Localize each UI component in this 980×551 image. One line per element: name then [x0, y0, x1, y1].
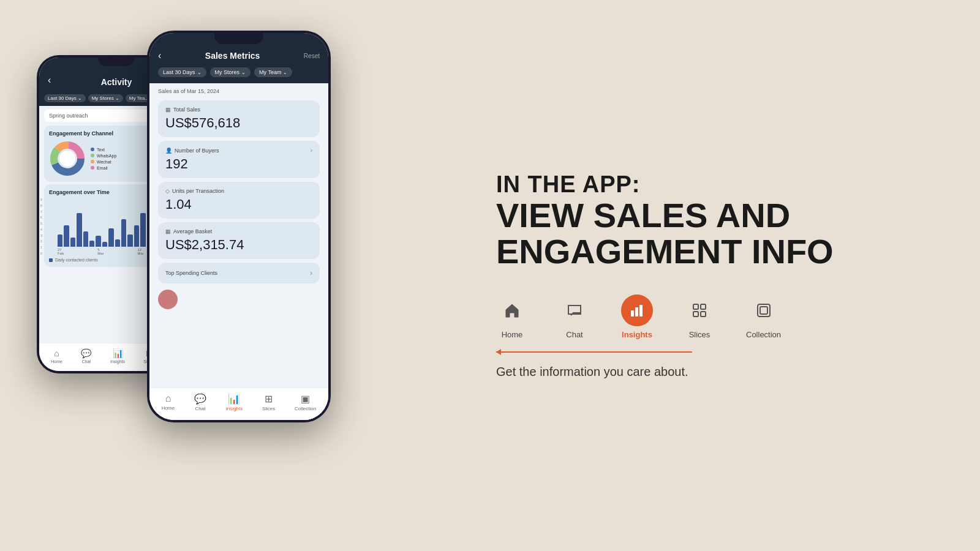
chat-icon-wrap [559, 294, 590, 326]
sm-filter-30days[interactable]: Last 30 Days [158, 67, 206, 77]
svg-rect-9 [701, 304, 706, 309]
metric-total-sales: ▦ Total Sales US$576,618 [158, 100, 320, 137]
home-icon [503, 302, 521, 319]
metric-basket: ▦ Average Basket US$2,315.74 [158, 222, 320, 259]
notch-front [214, 33, 263, 44]
chat-icon [566, 302, 583, 319]
slices-icon [691, 302, 708, 319]
sm-back-btn[interactable]: ‹ [158, 50, 161, 61]
svg-rect-11 [701, 312, 706, 317]
front-nav-chat[interactable]: 💬 Chat [194, 393, 206, 411]
sm-filter-team[interactable]: My Team [254, 67, 292, 77]
front-phone-nav: ⌂ Home 💬 Chat 📊 Insights ⊞ Slices ▣ [149, 388, 328, 420]
metric-units: ◇ Units per Transaction 1.04 [158, 182, 320, 219]
total-sales-label: ▦ Total Sales [165, 107, 200, 113]
svg-rect-13 [760, 307, 767, 314]
headline-line1: IN THE APP: [496, 172, 641, 198]
front-nav-home[interactable]: ⌂ Home [162, 393, 175, 411]
slices-icon-wrap [684, 294, 715, 326]
sm-reset-btn[interactable]: Reset [304, 53, 320, 59]
svg-rect-5 [631, 310, 634, 317]
notch-back [98, 58, 135, 66]
top-spending-label: Top Spending Clients [165, 270, 217, 276]
app-nav-chat[interactable]: Chat [559, 294, 590, 339]
tagline: Get the information you care about. [496, 365, 688, 379]
collection-label: Collection [746, 330, 781, 339]
insights-icon-wrap [621, 294, 653, 326]
svg-rect-6 [635, 307, 638, 317]
phone-front: ‹ Sales Metrics Reset Last 30 Days My St… [147, 31, 331, 422]
sm-filters: Last 30 Days My Stores My Team [149, 67, 328, 83]
units-value: 1.04 [165, 197, 312, 212]
sm-date-label: Sales as of Mar 15, 2024 [149, 83, 328, 97]
phones-section: ‹ Activity Last 30 Days My Stores My Tea… [0, 0, 459, 551]
back-nav-home[interactable]: ⌂ Home [51, 348, 62, 364]
basket-value: US$2,315.74 [165, 237, 312, 253]
right-section: IN THE APP: VIEW SALES AND ENGAGEMENT IN… [459, 148, 980, 403]
top-spending-arrow-icon: › [310, 269, 312, 277]
total-sales-value: US$576,618 [165, 115, 312, 131]
buyers-arrow[interactable]: › [311, 147, 312, 154]
svg-rect-10 [693, 312, 698, 317]
insights-label: Insights [622, 330, 652, 339]
headline-line3: ENGAGEMENT INFO [496, 234, 834, 270]
headline-line2: VIEW SALES AND [496, 198, 790, 234]
filter-stores[interactable]: My Stores [88, 94, 123, 102]
svg-rect-8 [693, 304, 698, 309]
chat-label: Chat [566, 330, 582, 339]
buyers-value: 192 [165, 156, 312, 172]
sm-filter-stores[interactable]: My Stores [210, 67, 251, 77]
svg-point-4 [59, 151, 75, 167]
units-label: ◇ Units per Transaction [165, 188, 224, 194]
buyers-label: 👤 Number of Buyers [165, 148, 219, 154]
metric-buyers: 👤 Number of Buyers › 192 [158, 141, 320, 178]
basket-label: ▦ Average Basket [165, 228, 212, 234]
legend-email: Email [97, 166, 108, 170]
legend: Text WhatsApp Wechat Email [91, 148, 116, 170]
arrow-row [496, 351, 692, 353]
sm-content: ▦ Total Sales US$576,618 👤 Number of Buy… [149, 97, 328, 420]
legend-wechat: Wechat [97, 160, 111, 164]
home-label: Home [502, 330, 523, 339]
sm-title: Sales Metrics [205, 51, 260, 61]
top-spending-card[interactable]: Top Spending Clients › [158, 263, 320, 283]
front-nav-slices[interactable]: ⊞ Slices [262, 393, 275, 411]
donut-chart [49, 140, 86, 177]
filter-last30[interactable]: Last 30 Days [44, 94, 86, 102]
app-nav-insights[interactable]: Insights [621, 294, 653, 339]
app-nav-slices[interactable]: Slices [684, 294, 715, 339]
front-nav-insights[interactable]: 📊 Insights [226, 393, 243, 411]
back-nav-insights[interactable]: 📊 Insights [110, 348, 125, 364]
y-axis: 9876543210 [40, 198, 42, 255]
front-nav-collection[interactable]: ▣ Collection [295, 393, 316, 411]
slices-label: Slices [689, 330, 710, 339]
insights-icon [628, 302, 646, 319]
collection-icon [755, 302, 772, 319]
collection-icon-wrap [748, 294, 780, 326]
arrow-line [496, 351, 692, 353]
app-nav: Home Chat Insights [496, 294, 781, 339]
app-nav-home[interactable]: Home [496, 294, 528, 339]
legend-whatsapp: WhatsApp [97, 154, 116, 158]
back-arrow-icon[interactable]: ‹ [48, 75, 51, 86]
svg-rect-7 [639, 305, 643, 317]
app-nav-collection[interactable]: Collection [746, 294, 781, 339]
back-nav-chat[interactable]: 💬 Chat [81, 348, 91, 364]
legend-text: Text [97, 148, 105, 152]
home-icon-wrap [496, 294, 528, 326]
